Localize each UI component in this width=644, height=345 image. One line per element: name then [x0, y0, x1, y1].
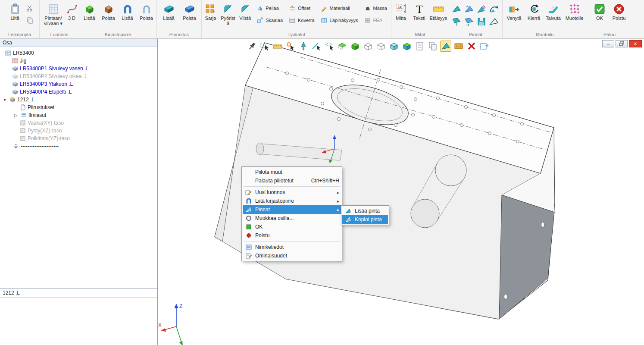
drawing-page-icon	[20, 104, 26, 110]
snap-edge-icon[interactable]	[311, 41, 322, 52]
menu-item-paste-library-feature[interactable]: Liitä kirjastopiirre ▸	[243, 197, 341, 205]
tree-item-part-p1[interactable]: LR53400P1 Sivulevy vasen .L	[0, 65, 157, 72]
text-button[interactable]: T Teksti	[410, 2, 428, 22]
hidden-line-cube-icon[interactable]	[375, 41, 387, 52]
snap-vertex-icon[interactable]	[298, 41, 309, 52]
restore-button[interactable]	[616, 40, 628, 47]
ribbon-group-label: Mitat	[392, 31, 448, 38]
snap-point-icon[interactable]	[285, 41, 296, 52]
dimension-button[interactable]: 45 Mitta	[392, 2, 410, 22]
surface-tool-icon-4[interactable]	[488, 3, 500, 15]
surface-tool-icon-6[interactable]	[463, 16, 475, 27]
tree-item-part-p3[interactable]: LR53400P3 Yläkuori .L	[0, 80, 157, 88]
transparency-button[interactable]: Läpinäkyvyys	[319, 15, 360, 25]
copy-faces-icon[interactable]	[427, 41, 438, 52]
menu-item-properties[interactable]: Ominaisuudet	[243, 251, 341, 260]
expander-icon[interactable]: ▾	[2, 97, 8, 102]
3d-model[interactable]: Z X	[158, 39, 644, 345]
menu-item-exit[interactable]: Poistu	[243, 231, 341, 240]
menu-item-restore-hidden[interactable]: Palauta piilotetut Ctrl+Shift+H	[243, 176, 341, 185]
surface-tool-icon-5[interactable]	[451, 16, 463, 27]
face-select-icon[interactable]	[337, 41, 348, 52]
menu-item-ok[interactable]: OK	[243, 223, 341, 231]
scale-button[interactable]: Skaalaa	[255, 15, 284, 25]
add-surface-icon	[344, 207, 353, 214]
mass-button[interactable]: Massa	[363, 3, 388, 13]
surface-tool-icon-3[interactable]	[476, 3, 488, 15]
hollow-button[interactable]: Koverra	[288, 15, 316, 25]
tree-item-drawings[interactable]: Piirustukset	[0, 104, 157, 111]
surface-tool-icon-8[interactable]	[488, 16, 500, 27]
library-feature-remove-button[interactable]: Poista	[138, 2, 156, 22]
exit-button[interactable]: Poistu	[610, 2, 628, 22]
solid-cube-icon[interactable]	[401, 41, 413, 52]
tree-item-plane-xz[interactable]: Pysty(XZ)-taso	[0, 127, 157, 135]
tree-item-split-line[interactable]: ----------------------	[0, 142, 157, 150]
shaded-cube-icon[interactable]	[388, 41, 400, 52]
edit-parts-icon	[244, 215, 253, 222]
3d-viewport[interactable]: Z X –	[158, 39, 644, 345]
part-flange-selected[interactable]	[499, 195, 554, 319]
snap-face-icon[interactable]	[324, 41, 335, 52]
feature-list-icon[interactable]	[414, 41, 425, 52]
copy-button[interactable]	[25, 16, 34, 25]
menu-item-item-data[interactable]: Nimiketiedot	[243, 243, 341, 251]
sketch-on-face-button[interactable]: Pintaan/ viivaan ▾	[41, 2, 66, 27]
fea-button[interactable]: FEA	[363, 15, 388, 25]
tree-item-1212[interactable]: ▾ 1212 .L	[0, 96, 157, 104]
archive-icon[interactable]	[453, 41, 464, 52]
offset-button[interactable]: Offset	[288, 3, 316, 13]
library-feature-add-button[interactable]: Lisää	[119, 2, 137, 22]
menu-item-surfaces[interactable]: Pinnat ▸	[243, 205, 341, 214]
surface-tool-icon-2[interactable]	[463, 3, 475, 15]
pin-icon[interactable]	[246, 41, 257, 52]
tree-item-part-p2[interactable]: LR53400P2 Sivulevy oikea .L	[0, 72, 157, 80]
tree-item-jig[interactable]: Jig	[0, 57, 157, 65]
distance-button[interactable]: Etäisyys	[429, 2, 448, 22]
minimize-button[interactable]: –	[602, 40, 614, 47]
cut-button[interactable]	[25, 4, 34, 13]
close-button[interactable]: ✕	[629, 40, 642, 47]
surface-tool-icon-1[interactable]	[451, 3, 463, 15]
solid-select-icon[interactable]	[350, 41, 361, 52]
delete-icon[interactable]	[466, 41, 477, 52]
expander-icon[interactable]: ▷	[13, 113, 19, 118]
library-remove-button[interactable]: Poista	[100, 2, 118, 22]
tree-item-part-p4[interactable]: LR53400P4 Etupelti .L	[0, 88, 157, 96]
tree-item-plane-yz[interactable]: Poikittais(YZ)-taso	[0, 135, 157, 142]
bend-button[interactable]: Taivuta	[544, 2, 563, 22]
menu-item-edit-with-parts[interactable]: Muokkaa osilla...	[243, 214, 341, 223]
clipboard-icon	[9, 3, 21, 16]
rotate-button[interactable]: Kierrä	[525, 2, 543, 22]
surface-icon	[244, 206, 253, 213]
shape-button[interactable]: Muotoile	[564, 2, 585, 22]
sketch-3d-button[interactable]: 3 D	[66, 2, 78, 22]
menu-item-add-surface[interactable]: Lisää pinta	[342, 207, 388, 215]
menu-item-hide-others[interactable]: Piilota muut	[243, 168, 341, 176]
measure-icon[interactable]	[272, 41, 283, 52]
surface-mode-icon[interactable]	[440, 41, 451, 52]
ok-button[interactable]: OK	[591, 2, 609, 22]
tree-item-root[interactable]: LR53400	[0, 49, 157, 57]
coating-remove-button[interactable]: Poista	[180, 2, 200, 22]
wireframe-cube-icon[interactable]	[363, 41, 374, 52]
submenu-arrow-icon: ▸	[335, 199, 339, 204]
chamfer-button[interactable]: Viistä	[238, 2, 253, 22]
surface-tool-icon-7[interactable]	[476, 16, 488, 27]
menu-item-copy-surface[interactable]: Kopioi pinta	[342, 215, 388, 224]
mirror-button[interactable]: Peilaa	[255, 3, 284, 13]
tree-item-plane-xy[interactable]: Vaaka(XY)-taso	[0, 119, 157, 127]
material-button[interactable]: Materiaali	[319, 3, 360, 13]
fillet-button[interactable]: Pyöristä	[219, 2, 237, 27]
paste-button[interactable]: Liitä	[6, 2, 25, 22]
export-view-icon[interactable]	[479, 41, 490, 52]
coating-add-button[interactable]: Lisää	[159, 2, 179, 22]
tree-item-appearances[interactable]: ▷ Ilmiasut	[0, 111, 157, 119]
pattern-button[interactable]: Sarja	[203, 2, 219, 22]
library-add-button[interactable]: Lisää	[81, 2, 99, 22]
menu-item-new-sketch[interactable]: Uusi luonnos ▸	[243, 188, 341, 197]
part-icon	[12, 89, 18, 95]
box-select-icon[interactable]	[259, 41, 270, 52]
stretch-button[interactable]: Venytä	[504, 2, 524, 22]
ribbon: Liitä Leikepöytä P	[0, 0, 644, 39]
